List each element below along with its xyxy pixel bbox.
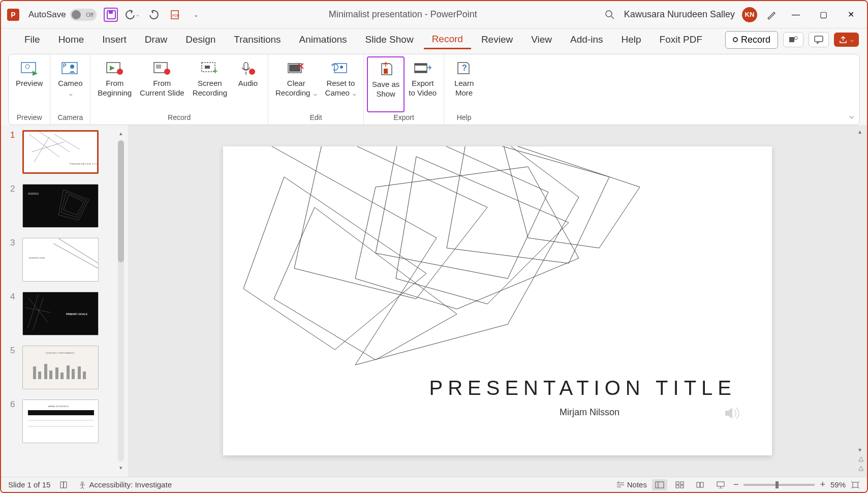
tab-foxit-pdf[interactable]: Foxit PDF xyxy=(652,31,710,48)
close-button[interactable]: ✕ xyxy=(841,7,861,22)
tab-draw[interactable]: Draw xyxy=(137,31,175,48)
share-button[interactable]: ⌵ xyxy=(834,33,859,47)
tab-add-ins[interactable]: Add-ins xyxy=(562,31,611,48)
comment-icon xyxy=(814,36,823,44)
tab-help[interactable]: Help xyxy=(613,31,649,48)
svg-rect-77 xyxy=(717,482,724,486)
tab-animations[interactable]: Animations xyxy=(291,31,355,48)
svg-line-48 xyxy=(28,295,38,328)
svg-point-15 xyxy=(117,69,123,75)
zoom-out-button[interactable]: − xyxy=(733,479,739,490)
slide-thumbnail-4[interactable]: 4 PRIMARY GOALS xyxy=(3,292,126,335)
export-pdf-button[interactable]: PDF xyxy=(168,8,182,22)
present-teams-button[interactable] xyxy=(783,32,803,47)
zoom-level[interactable]: 59% xyxy=(830,480,846,489)
svg-rect-54 xyxy=(38,372,41,379)
slide-thumbnail-3[interactable]: 3 INTRODUCTION xyxy=(3,238,126,282)
cameo-button[interactable]: P Cameo xyxy=(53,56,87,112)
reset-to-cameo-button[interactable]: Reset to Cameo xyxy=(321,56,361,112)
toggle-switch[interactable]: Off xyxy=(70,9,97,21)
accessibility-button[interactable]: Accessibility: Investigate xyxy=(78,480,172,489)
slide-thumbnail-1[interactable]: 1 PRESENTATION TITLE xyxy=(3,130,126,174)
preview-button[interactable]: Preview xyxy=(12,56,47,112)
speaker-icon[interactable] xyxy=(723,406,741,421)
reset-cameo-icon xyxy=(331,60,350,76)
autosave-label: AutoSave xyxy=(28,10,66,20)
redo-button[interactable] xyxy=(146,8,161,22)
fit-to-window-button[interactable] xyxy=(851,481,860,489)
tab-slide-show[interactable]: Slide Show xyxy=(357,31,422,48)
thumbnail-preview: INTRODUCTION xyxy=(22,238,99,282)
pen-button[interactable] xyxy=(764,8,779,22)
from-current-slide-button[interactable]: From Current Slide xyxy=(136,56,189,112)
scroll-down-icon[interactable]: ▾ xyxy=(118,465,124,472)
svg-rect-1 xyxy=(109,11,113,14)
slide-thumbnail-2[interactable]: 2 AGENDA xyxy=(3,184,126,228)
screen-recording-button[interactable]: + Screen Recording xyxy=(189,56,231,112)
normal-view-button[interactable] xyxy=(652,479,667,490)
learn-more-icon: ? xyxy=(455,60,473,76)
user-avatar[interactable]: KN xyxy=(742,7,757,22)
notes-button[interactable]: Notes xyxy=(616,480,647,489)
tab-transitions[interactable]: Transitions xyxy=(226,31,289,48)
prev-slide-icon[interactable]: ⧋ xyxy=(858,455,864,463)
autosave-toggle[interactable]: AutoSave Off xyxy=(28,9,97,21)
tab-file[interactable]: File xyxy=(16,31,48,48)
ribbon-group-camera: P Cameo Camera xyxy=(50,54,90,125)
svg-line-45 xyxy=(53,243,99,269)
ribbon-group-record: From Beginning From Current Slide + Scre… xyxy=(90,54,268,125)
undo-button[interactable]: ⌵ xyxy=(125,8,139,22)
tab-home[interactable]: Home xyxy=(50,31,92,48)
spell-check-button[interactable] xyxy=(59,481,69,489)
svg-point-18 xyxy=(164,69,170,75)
thumbnails-scrollbar[interactable]: ▴ ▾ xyxy=(117,130,125,472)
ribbon-collapse-button[interactable]: ⌵ xyxy=(849,111,854,120)
slide-sorter-button[interactable] xyxy=(672,479,688,490)
editor-scrollbar[interactable]: ▴ ▾ ⧋ ⧋ xyxy=(857,128,866,474)
learn-more-button[interactable]: ? Learn More xyxy=(447,56,481,112)
save-as-show-button[interactable]: Save as Show xyxy=(367,56,405,112)
slide-editor[interactable]: PRESENTATION TITLE Mirjam Nilsson ▴ ▾ ⧋ … xyxy=(128,125,867,477)
svg-rect-80 xyxy=(853,482,858,487)
fit-icon xyxy=(851,481,860,489)
tab-review[interactable]: Review xyxy=(473,31,521,48)
slide-thumbnail-6[interactable]: 6 AREAS OF GROWTH xyxy=(3,399,126,443)
svg-rect-57 xyxy=(55,367,58,379)
quick-access-toolbar: ⌵ PDF ⌄ xyxy=(104,8,203,22)
slideshow-view-button[interactable] xyxy=(713,479,728,490)
comments-button[interactable] xyxy=(809,32,829,47)
save-button[interactable] xyxy=(104,8,118,22)
svg-text:P: P xyxy=(63,63,67,69)
current-slide[interactable]: PRESENTATION TITLE Mirjam Nilsson xyxy=(223,146,772,455)
svg-rect-76 xyxy=(680,485,684,488)
zoom-slider[interactable] xyxy=(743,484,815,486)
minimize-button[interactable]: — xyxy=(786,7,806,22)
slide-author[interactable]: Mirjam Nilsson xyxy=(560,407,619,418)
reading-view-button[interactable] xyxy=(693,479,708,490)
from-beginning-button[interactable]: From Beginning xyxy=(94,56,136,112)
tab-insert[interactable]: Insert xyxy=(94,31,135,48)
scroll-thumb[interactable] xyxy=(118,140,124,262)
svg-rect-56 xyxy=(49,371,52,379)
slide-thumbnails-panel: 1 PRESENTATION TITLE 2 AGENDA 3 INTRODUC… xyxy=(1,125,128,477)
svg-line-39 xyxy=(34,137,49,162)
audio-button[interactable]: Audio xyxy=(231,56,265,112)
tab-view[interactable]: View xyxy=(523,31,560,48)
scroll-down-icon[interactable]: ▾ xyxy=(858,446,861,453)
zoom-in-button[interactable]: + xyxy=(820,479,825,490)
slide-thumbnail-5[interactable]: 5 QUARTERLY PERFORMANCE xyxy=(3,346,126,389)
tab-design[interactable]: Design xyxy=(177,31,224,48)
slide-title[interactable]: PRESENTATION TITLE xyxy=(429,377,736,399)
tab-record[interactable]: Record xyxy=(424,30,471,49)
scroll-up-icon[interactable]: ▴ xyxy=(858,128,861,135)
export-to-video-button[interactable]: Export to Video xyxy=(405,56,441,112)
search-button[interactable] xyxy=(603,8,617,22)
pen-icon xyxy=(766,9,777,20)
scroll-up-icon[interactable]: ▴ xyxy=(118,130,124,137)
maximize-button[interactable]: ▢ xyxy=(813,7,833,22)
svg-point-4 xyxy=(606,11,612,17)
qat-more-button[interactable]: ⌄ xyxy=(189,8,203,22)
clear-recording-button[interactable]: Clear Recording xyxy=(271,56,321,112)
next-slide-icon[interactable]: ⧋ xyxy=(858,465,864,472)
record-button[interactable]: Record xyxy=(725,31,778,49)
